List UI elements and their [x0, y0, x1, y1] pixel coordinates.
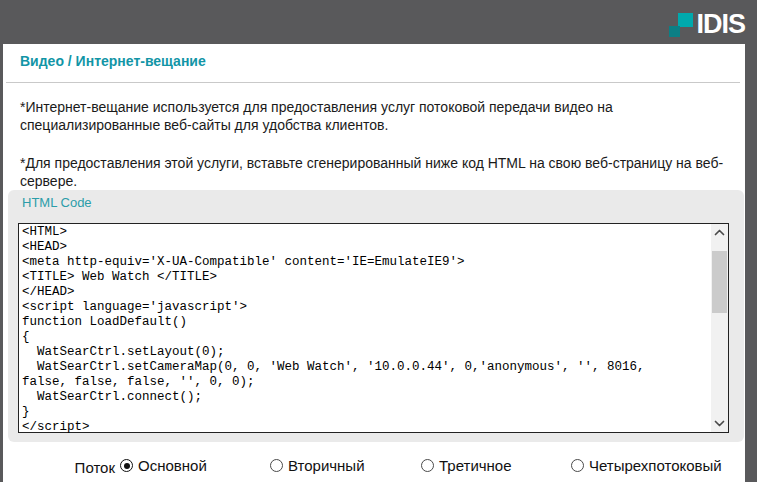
stream-option-quaternary[interactable]: Четырехпотоковый: [571, 457, 722, 474]
radio-label-tertiary: Третичное: [439, 457, 512, 474]
stream-selector-row: Поток Основной Вторичный Третичное Четыр…: [3, 455, 745, 482]
chevron-down-icon: [714, 420, 725, 427]
title-divider: [6, 82, 740, 83]
page-title: Видео / Интернет-вещание: [20, 53, 206, 69]
html-code-panel: HTML Code <HTML> <HEAD> <meta http-equiv…: [8, 190, 744, 442]
radio-label-primary: Основной: [138, 457, 207, 474]
html-code-content[interactable]: <HTML> <HEAD> <meta http-equiv='X-UA-Com…: [19, 224, 728, 436]
radio-button-quaternary[interactable]: [571, 459, 584, 472]
content-area: Видео / Интернет-вещание *Интернет-вещан…: [3, 44, 745, 482]
radio-button-primary[interactable]: [120, 459, 133, 472]
radio-label-quaternary: Четырехпотоковый: [589, 457, 722, 474]
logo-text: IDIS: [696, 9, 745, 39]
vertical-scrollbar[interactable]: [711, 224, 728, 432]
stream-option-tertiary[interactable]: Третичное: [421, 457, 512, 474]
description-paragraph-1: *Интернет-вещание используется для предо…: [20, 98, 726, 134]
html-code-textarea[interactable]: <HTML> <HEAD> <meta http-equiv='X-UA-Com…: [18, 223, 729, 433]
radio-button-secondary[interactable]: [270, 459, 283, 472]
stream-option-secondary[interactable]: Вторичный: [270, 457, 365, 474]
chevron-up-icon: [714, 229, 725, 236]
html-code-label: HTML Code: [22, 195, 92, 210]
scroll-down-button[interactable]: [711, 415, 728, 432]
description-paragraph-2: *Для предоставления этой услуги, вставьт…: [20, 154, 726, 190]
radio-button-tertiary[interactable]: [421, 459, 434, 472]
scroll-up-button[interactable]: [711, 224, 728, 241]
app-header: IDIS: [0, 0, 757, 44]
logo-square-bright: [678, 13, 693, 27]
stream-label: Поток: [43, 459, 115, 476]
stream-option-primary[interactable]: Основной: [120, 457, 207, 474]
idis-logo: IDIS: [669, 5, 745, 39]
radio-label-secondary: Вторичный: [288, 457, 365, 474]
idis-logo-icon: [669, 13, 694, 39]
logo-square-dark: [669, 26, 680, 37]
scrollbar-thumb[interactable]: [712, 251, 727, 313]
